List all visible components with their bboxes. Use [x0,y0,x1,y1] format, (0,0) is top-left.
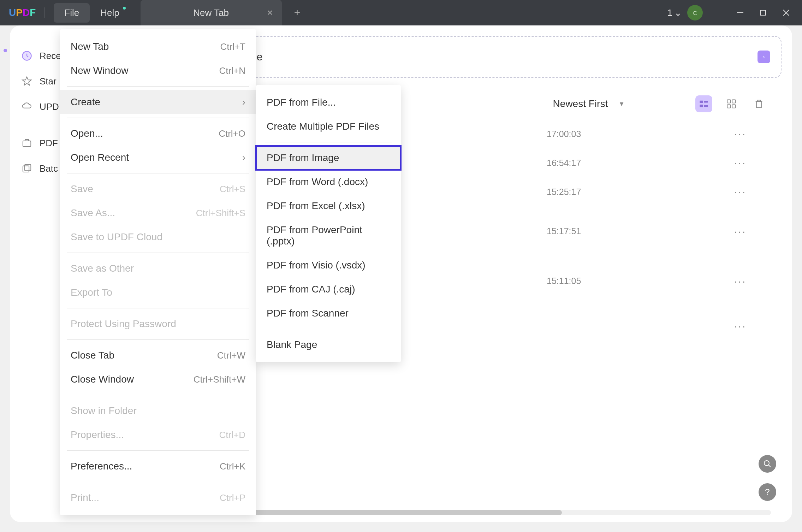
chevron-right-icon[interactable]: › [758,51,770,63]
menu-item: Save as Other [60,256,256,280]
menu-divider [265,329,392,329]
svg-point-14 [764,461,769,466]
submenu-item[interactable]: PDF from CAJ (.caj) [256,277,401,301]
svg-rect-7 [704,101,708,103]
menu-label: Protect Using Password [71,318,176,330]
menu-item[interactable]: New TabCtrl+T [60,35,256,59]
chevron-right-icon: › [242,96,245,108]
close-icon[interactable]: × [267,7,273,18]
sort-dropdown[interactable]: Newest First ▼ [553,98,625,110]
file-dropdown-menu: New TabCtrl+TNew WindowCtrl+NCreate›Open… [60,29,256,515]
svg-rect-12 [727,105,730,108]
delete-button[interactable] [750,95,767,112]
menu-label: Save As... [71,207,115,219]
menu-label: Show in Folder [71,405,137,416]
create-submenu: PDF from File...Create Multiple PDF File… [256,85,401,362]
menu-item[interactable]: Preferences...Ctrl+K [60,454,256,478]
tab-count-dropdown[interactable]: 1 ⌄ [667,7,682,18]
submenu-item[interactable]: Create Multiple PDF Files [256,114,401,138]
svg-rect-1 [761,10,766,15]
submenu-item[interactable]: PDF from PowerPoint (.pptx) [256,218,401,253]
menu-item[interactable]: Close WindowCtrl+Shift+W [60,367,256,391]
menu-shortcut: Ctrl+W [217,350,245,361]
menu-divider [67,86,249,87]
menu-divider [67,253,249,253]
notification-dot-icon [123,7,126,10]
menu-label: New Tab [71,41,109,52]
menu-label: Close Window [71,374,134,385]
tab-title: New Tab [193,7,229,18]
svg-rect-5 [25,165,31,171]
menu-item[interactable]: Close TabCtrl+W [60,343,256,367]
menu-divider [67,308,249,308]
menu-label: Open Recent [71,152,129,163]
search-float-button[interactable] [759,455,776,473]
list-view-button[interactable] [695,95,712,112]
menu-divider [67,395,249,395]
menu-item[interactable]: Create› [60,90,256,114]
divider [717,7,717,18]
chevron-right-icon: › [242,152,245,163]
dropdown-arrow-icon: ▼ [618,100,625,108]
svg-rect-11 [732,100,735,103]
more-options-button[interactable]: ··· [734,225,746,237]
menu-label: Properties... [71,429,124,441]
tab[interactable]: New Tab × [141,0,282,25]
menu-item[interactable]: New WindowCtrl+N [60,59,256,83]
minimize-button[interactable] [731,6,749,20]
menu-item: Print...Ctrl+P [60,486,256,510]
more-options-button[interactable]: ··· [734,128,746,140]
menu-divider [67,450,249,451]
svg-rect-4 [23,166,29,172]
submenu-item[interactable]: PDF from Excel (.xlsx) [256,194,401,218]
more-options-button[interactable]: ··· [734,320,746,332]
submenu-item[interactable]: Blank Page [256,333,401,357]
submenu-item[interactable]: PDF from Visio (.vsdx) [256,253,401,277]
svg-rect-6 [700,101,703,103]
close-window-button[interactable] [777,6,795,20]
menu-item: SaveCtrl+S [60,177,256,201]
more-options-button[interactable]: ··· [734,157,746,169]
svg-rect-13 [732,105,735,108]
svg-rect-10 [727,100,730,103]
menu-shortcut: Ctrl+S [220,184,245,195]
divider [44,7,45,18]
menu-shortcut: Ctrl+Shift+S [196,208,245,219]
menu-label: Save to UPDF Cloud [71,231,162,243]
help-float-button[interactable]: ? [759,483,776,501]
file-timestamp: 15:11:05 [547,276,581,286]
menu-item: Protect Using Password [60,312,256,336]
svg-rect-8 [700,105,703,107]
more-options-button[interactable]: ··· [734,186,746,198]
submenu-item[interactable]: PDF from Word (.docx) [256,170,401,194]
menu-item[interactable]: Open...Ctrl+O [60,122,256,146]
svg-rect-0 [737,12,743,13]
menu-shortcut: Ctrl+Shift+W [194,374,245,385]
sidebar-label: Batc [40,163,58,174]
menu-shortcut: Ctrl+K [220,461,245,472]
menu-item: Save As...Ctrl+Shift+S [60,201,256,225]
submenu-item[interactable]: PDF from Scanner [256,301,401,325]
sidebar-label: UPD [40,101,59,112]
svg-rect-9 [704,105,708,107]
menu-label: Close Tab [71,350,114,361]
file-menu-button[interactable]: File [54,3,90,23]
menu-shortcut: Ctrl+P [220,492,245,503]
more-options-button[interactable]: ··· [734,275,746,287]
submenu-item[interactable]: PDF from Image [256,146,401,170]
clock-icon [20,49,33,62]
menu-shortcut: Ctrl+N [219,65,245,76]
grid-view-button[interactable] [723,95,740,112]
menu-item[interactable]: Open Recent› [60,146,256,170]
user-avatar[interactable]: c [687,5,703,20]
menu-label: Print... [71,492,99,503]
maximize-button[interactable] [754,6,772,20]
file-timestamp: 17:00:03 [547,129,581,139]
submenu-item[interactable]: PDF from File... [256,90,401,114]
menu-label: Open... [71,128,103,139]
new-tab-button[interactable]: + [289,5,306,20]
help-menu-button[interactable]: Help [90,3,130,23]
sidebar-label: PDF [40,138,58,149]
menu-shortcut: Ctrl+D [219,430,245,441]
menu-divider [67,339,249,340]
